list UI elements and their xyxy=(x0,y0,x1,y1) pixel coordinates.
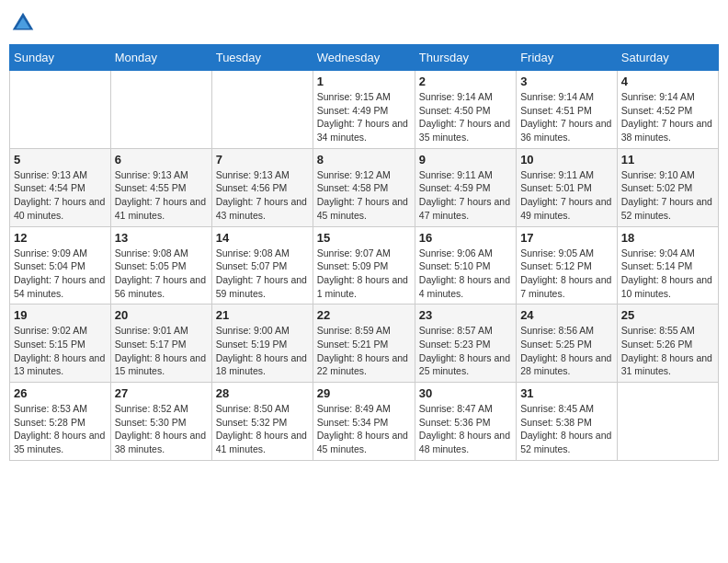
calendar-week-row: 1Sunrise: 9:15 AMSunset: 4:49 PMDaylight… xyxy=(10,71,719,149)
calendar-cell xyxy=(617,383,718,461)
day-number: 10 xyxy=(520,153,613,167)
day-number: 5 xyxy=(14,153,107,167)
day-detail: Sunrise: 8:52 AMSunset: 5:30 PMDaylight:… xyxy=(115,402,208,456)
page-header xyxy=(9,9,719,37)
calendar-cell: 5Sunrise: 9:13 AMSunset: 4:54 PMDaylight… xyxy=(10,148,111,226)
day-number: 3 xyxy=(520,75,613,88)
day-detail: Sunrise: 9:14 AMSunset: 4:52 PMDaylight:… xyxy=(621,90,714,144)
day-number: 21 xyxy=(216,308,309,322)
calendar-cell: 28Sunrise: 8:50 AMSunset: 5:32 PMDayligh… xyxy=(211,383,313,461)
day-number: 29 xyxy=(317,386,411,400)
calendar-cell: 16Sunrise: 9:06 AMSunset: 5:10 PMDayligh… xyxy=(415,226,516,304)
calendar-cell: 10Sunrise: 9:11 AMSunset: 5:01 PMDayligh… xyxy=(517,148,618,226)
day-number: 15 xyxy=(317,231,411,245)
logo-icon xyxy=(9,9,37,37)
day-number: 7 xyxy=(216,153,309,167)
day-number: 19 xyxy=(14,308,107,322)
day-number: 14 xyxy=(216,231,309,245)
calendar-cell: 20Sunrise: 9:01 AMSunset: 5:17 PMDayligh… xyxy=(110,304,211,383)
day-detail: Sunrise: 8:59 AMSunset: 5:21 PMDaylight:… xyxy=(317,324,411,378)
calendar-cell xyxy=(110,71,211,149)
weekday-header-friday: Friday xyxy=(517,45,618,71)
day-detail: Sunrise: 8:56 AMSunset: 5:25 PMDaylight:… xyxy=(520,324,613,378)
calendar-cell: 25Sunrise: 8:55 AMSunset: 5:26 PMDayligh… xyxy=(617,304,718,383)
weekday-header-wednesday: Wednesday xyxy=(313,45,415,71)
day-detail: Sunrise: 9:07 AMSunset: 5:09 PMDaylight:… xyxy=(317,247,411,301)
day-detail: Sunrise: 9:10 AMSunset: 5:02 PMDaylight:… xyxy=(621,168,714,223)
day-detail: Sunrise: 9:01 AMSunset: 5:17 PMDaylight:… xyxy=(115,324,208,378)
calendar-cell: 26Sunrise: 8:53 AMSunset: 5:28 PMDayligh… xyxy=(10,383,111,461)
day-number: 9 xyxy=(419,153,512,167)
day-number: 1 xyxy=(317,75,411,88)
day-detail: Sunrise: 8:53 AMSunset: 5:28 PMDaylight:… xyxy=(14,402,107,456)
calendar-cell: 22Sunrise: 8:59 AMSunset: 5:21 PMDayligh… xyxy=(313,304,415,383)
weekday-header-row: SundayMondayTuesdayWednesdayThursdayFrid… xyxy=(10,45,719,71)
day-detail: Sunrise: 9:08 AMSunset: 5:05 PMDaylight:… xyxy=(115,247,208,301)
calendar-cell: 17Sunrise: 9:05 AMSunset: 5:12 PMDayligh… xyxy=(517,226,618,304)
calendar-cell: 30Sunrise: 8:47 AMSunset: 5:36 PMDayligh… xyxy=(415,383,516,461)
calendar-cell: 2Sunrise: 9:14 AMSunset: 4:50 PMDaylight… xyxy=(415,71,516,149)
calendar-cell: 24Sunrise: 8:56 AMSunset: 5:25 PMDayligh… xyxy=(517,304,618,383)
calendar-week-row: 12Sunrise: 9:09 AMSunset: 5:04 PMDayligh… xyxy=(10,226,719,304)
day-detail: Sunrise: 8:49 AMSunset: 5:34 PMDaylight:… xyxy=(317,402,411,456)
day-detail: Sunrise: 9:13 AMSunset: 4:56 PMDaylight:… xyxy=(216,168,309,223)
day-detail: Sunrise: 9:05 AMSunset: 5:12 PMDaylight:… xyxy=(520,247,613,301)
day-detail: Sunrise: 9:02 AMSunset: 5:15 PMDaylight:… xyxy=(14,324,107,378)
day-detail: Sunrise: 9:00 AMSunset: 5:19 PMDaylight:… xyxy=(216,324,309,378)
day-detail: Sunrise: 9:15 AMSunset: 4:49 PMDaylight:… xyxy=(317,90,411,144)
day-number: 18 xyxy=(621,231,714,245)
day-number: 17 xyxy=(520,231,613,245)
weekday-header-saturday: Saturday xyxy=(617,45,718,71)
calendar-cell: 3Sunrise: 9:14 AMSunset: 4:51 PMDaylight… xyxy=(517,71,618,149)
calendar-cell: 14Sunrise: 9:08 AMSunset: 5:07 PMDayligh… xyxy=(211,226,313,304)
calendar-table: SundayMondayTuesdayWednesdayThursdayFrid… xyxy=(9,44,719,461)
day-detail: Sunrise: 8:50 AMSunset: 5:32 PMDaylight:… xyxy=(216,402,309,456)
day-number: 6 xyxy=(115,153,208,167)
day-number: 24 xyxy=(520,308,613,322)
day-detail: Sunrise: 8:45 AMSunset: 5:38 PMDaylight:… xyxy=(520,402,613,456)
calendar-cell: 8Sunrise: 9:12 AMSunset: 4:58 PMDaylight… xyxy=(313,148,415,226)
calendar-week-row: 26Sunrise: 8:53 AMSunset: 5:28 PMDayligh… xyxy=(10,383,719,461)
calendar-cell: 12Sunrise: 9:09 AMSunset: 5:04 PMDayligh… xyxy=(10,226,111,304)
calendar-header: SundayMondayTuesdayWednesdayThursdayFrid… xyxy=(10,45,719,71)
day-number: 8 xyxy=(317,153,411,167)
calendar-cell: 15Sunrise: 9:07 AMSunset: 5:09 PMDayligh… xyxy=(313,226,415,304)
day-number: 22 xyxy=(317,308,411,322)
day-number: 4 xyxy=(621,75,714,88)
weekday-header-thursday: Thursday xyxy=(415,45,516,71)
day-detail: Sunrise: 9:13 AMSunset: 4:55 PMDaylight:… xyxy=(115,168,208,223)
calendar-cell: 29Sunrise: 8:49 AMSunset: 5:34 PMDayligh… xyxy=(313,383,415,461)
weekday-header-tuesday: Tuesday xyxy=(211,45,313,71)
day-detail: Sunrise: 8:47 AMSunset: 5:36 PMDaylight:… xyxy=(419,402,512,456)
day-detail: Sunrise: 9:14 AMSunset: 4:50 PMDaylight:… xyxy=(419,90,512,144)
day-number: 28 xyxy=(216,386,309,400)
day-detail: Sunrise: 8:55 AMSunset: 5:26 PMDaylight:… xyxy=(621,324,714,378)
calendar-cell: 18Sunrise: 9:04 AMSunset: 5:14 PMDayligh… xyxy=(617,226,718,304)
day-number: 30 xyxy=(419,386,512,400)
day-number: 25 xyxy=(621,308,714,322)
day-number: 23 xyxy=(419,308,512,322)
calendar-cell: 1Sunrise: 9:15 AMSunset: 4:49 PMDaylight… xyxy=(313,71,415,149)
calendar-body: 1Sunrise: 9:15 AMSunset: 4:49 PMDaylight… xyxy=(10,71,719,461)
day-number: 12 xyxy=(14,231,107,245)
calendar-cell: 13Sunrise: 9:08 AMSunset: 5:05 PMDayligh… xyxy=(110,226,211,304)
calendar-cell: 11Sunrise: 9:10 AMSunset: 5:02 PMDayligh… xyxy=(617,148,718,226)
day-number: 16 xyxy=(419,231,512,245)
day-number: 11 xyxy=(621,153,714,167)
day-number: 31 xyxy=(520,386,613,400)
day-detail: Sunrise: 9:13 AMSunset: 4:54 PMDaylight:… xyxy=(14,168,107,223)
day-detail: Sunrise: 9:06 AMSunset: 5:10 PMDaylight:… xyxy=(419,247,512,301)
calendar-cell: 19Sunrise: 9:02 AMSunset: 5:15 PMDayligh… xyxy=(10,304,111,383)
calendar-cell: 27Sunrise: 8:52 AMSunset: 5:30 PMDayligh… xyxy=(110,383,211,461)
calendar-week-row: 5Sunrise: 9:13 AMSunset: 4:54 PMDaylight… xyxy=(10,148,719,226)
calendar-cell: 31Sunrise: 8:45 AMSunset: 5:38 PMDayligh… xyxy=(517,383,618,461)
calendar-week-row: 19Sunrise: 9:02 AMSunset: 5:15 PMDayligh… xyxy=(10,304,719,383)
calendar-cell: 6Sunrise: 9:13 AMSunset: 4:55 PMDaylight… xyxy=(110,148,211,226)
calendar-cell xyxy=(211,71,313,149)
day-detail: Sunrise: 9:11 AMSunset: 4:59 PMDaylight:… xyxy=(419,168,512,223)
day-detail: Sunrise: 9:11 AMSunset: 5:01 PMDaylight:… xyxy=(520,168,613,223)
day-detail: Sunrise: 9:14 AMSunset: 4:51 PMDaylight:… xyxy=(520,90,613,144)
day-detail: Sunrise: 8:57 AMSunset: 5:23 PMDaylight:… xyxy=(419,324,512,378)
day-detail: Sunrise: 9:04 AMSunset: 5:14 PMDaylight:… xyxy=(621,247,714,301)
calendar-cell: 21Sunrise: 9:00 AMSunset: 5:19 PMDayligh… xyxy=(211,304,313,383)
